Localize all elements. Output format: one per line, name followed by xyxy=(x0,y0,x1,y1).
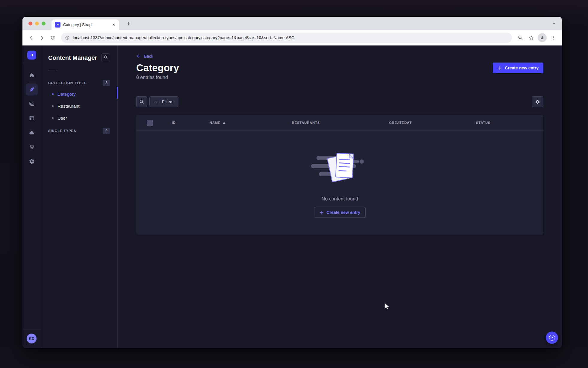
column-label: CREATEDAT xyxy=(389,121,412,124)
sidebar-item-restaurant[interactable]: Restaurant xyxy=(48,100,110,112)
browser-window: Category | Strapi localhost:1337/admin/c… xyxy=(22,17,562,348)
empty-create-entry-button[interactable]: Create new entry xyxy=(314,207,366,218)
empty-message: No content found xyxy=(322,196,358,202)
browser-tab-bar: Category | Strapi xyxy=(22,17,562,30)
collection-types-list: Category Restaurant User xyxy=(48,88,110,124)
logo-section xyxy=(22,45,41,64)
images-icon xyxy=(29,101,35,107)
sidebar-item-user[interactable]: User xyxy=(48,112,110,124)
back-label: Back xyxy=(144,54,153,59)
collection-types-count-badge: 3 xyxy=(103,80,110,86)
back-link[interactable]: Back xyxy=(136,54,153,59)
browser-forward-button[interactable] xyxy=(37,33,47,42)
filters-button[interactable]: Filters xyxy=(149,96,178,107)
search-icon xyxy=(139,99,144,104)
column-header-status[interactable]: STATUS xyxy=(476,121,490,124)
gear-icon xyxy=(535,99,540,104)
content-search-button[interactable] xyxy=(101,53,110,62)
browser-profile-button[interactable] xyxy=(538,33,547,42)
browser-reload-button[interactable] xyxy=(48,33,57,42)
create-entry-button[interactable]: Create new entry xyxy=(493,63,543,73)
empty-documents-illustration xyxy=(310,147,370,186)
panel-title: Content Manager xyxy=(48,54,97,61)
entries-count: 0 entries found xyxy=(136,75,543,80)
plus-icon xyxy=(319,210,324,215)
layout-icon xyxy=(29,115,35,121)
sidebar-item-settings[interactable] xyxy=(26,155,38,167)
desktop-background-bottom xyxy=(0,346,588,368)
filters-label: Filters xyxy=(162,99,173,104)
browser-tab[interactable]: Category | Strapi xyxy=(51,19,119,30)
url-bar[interactable]: localhost:1337/admin/content-manager/col… xyxy=(61,33,512,43)
site-info-icon[interactable] xyxy=(65,35,70,40)
tab-close-icon[interactable] xyxy=(111,22,116,28)
column-header-restaurants[interactable]: RESTAURANTS xyxy=(292,121,320,124)
table-header-row: ID NAME RESTAURANTS CREATEDAT xyxy=(136,115,543,131)
entries-table: ID NAME RESTAURANTS CREATEDAT xyxy=(136,115,543,235)
single-types-count-badge: 0 xyxy=(103,128,110,134)
page-title: Category xyxy=(136,62,179,74)
single-types-label: SINGLE TYPES xyxy=(48,129,76,133)
tab-list-chevron-icon[interactable] xyxy=(551,20,558,27)
bookmark-star-icon[interactable] xyxy=(526,33,536,42)
create-entry-label: Create new entry xyxy=(505,66,539,70)
new-tab-button[interactable] xyxy=(125,20,132,27)
zoom-icon[interactable] xyxy=(516,33,525,42)
collection-types-label: COLLECTION TYPES xyxy=(48,81,87,85)
table-search-button[interactable] xyxy=(136,96,147,107)
column-header-createdat[interactable]: CREATEDAT xyxy=(389,121,412,124)
bullet-icon xyxy=(52,105,54,107)
user-avatar[interactable]: KD xyxy=(27,334,37,343)
strapi-logo[interactable] xyxy=(27,51,36,60)
column-header-id[interactable]: ID xyxy=(172,121,176,124)
cart-icon xyxy=(29,144,35,150)
empty-create-entry-label: Create new entry xyxy=(327,210,360,215)
search-icon xyxy=(104,55,108,60)
sidebar-footer: KD xyxy=(22,329,41,348)
column-label: ID xyxy=(172,121,176,124)
column-header-name[interactable]: NAME xyxy=(210,121,225,124)
traffic-lights xyxy=(28,22,46,25)
url-text: localhost:1337/admin/content-manager/col… xyxy=(73,35,294,40)
sidebar-item-cloud[interactable] xyxy=(26,127,38,139)
column-label: STATUS xyxy=(476,121,490,124)
main-navigation: KD xyxy=(22,45,41,348)
column-label: RESTAURANTS xyxy=(292,121,320,124)
content-manager-panel: Content Manager COLLECTION TYPES 3 Categ… xyxy=(41,45,118,348)
select-all-checkbox[interactable] xyxy=(147,120,153,126)
bullet-icon xyxy=(52,117,54,119)
sidebar-item-content-type-builder[interactable] xyxy=(26,112,38,124)
collection-type-label: User xyxy=(57,115,67,121)
sort-asc-icon xyxy=(223,122,225,124)
collection-type-label: Restaurant xyxy=(57,104,79,109)
sidebar-item-marketplace[interactable] xyxy=(26,141,38,153)
close-window-button[interactable] xyxy=(28,22,32,25)
sidebar-item-media-library[interactable] xyxy=(26,98,38,110)
plus-icon xyxy=(498,66,502,70)
filter-lines-icon xyxy=(154,100,159,104)
sidebar-item-home[interactable] xyxy=(26,69,38,81)
minimize-window-button[interactable] xyxy=(35,22,39,25)
browser-back-button[interactable] xyxy=(26,33,36,42)
view-settings-button[interactable] xyxy=(532,96,543,107)
desktop-background-left xyxy=(0,163,17,253)
browser-menu-icon[interactable] xyxy=(548,33,558,42)
gear-icon xyxy=(29,158,35,164)
column-label: NAME xyxy=(210,121,220,124)
cloud-icon xyxy=(28,130,35,136)
arrow-left-icon xyxy=(136,54,141,59)
help-button[interactable]: ? xyxy=(546,331,558,344)
browser-toolbar: localhost:1337/admin/content-manager/col… xyxy=(22,30,562,45)
feather-pen-icon xyxy=(29,86,35,92)
collection-type-label: Category xyxy=(57,92,76,97)
bullet-icon xyxy=(52,93,54,95)
strapi-app: KD Content Manager COLLECTION TYPES 3 xyxy=(22,45,562,348)
main-content: Back Category Create new entry 0 entries… xyxy=(118,45,562,348)
strapi-favicon xyxy=(55,22,60,28)
tab-title: Category | Strapi xyxy=(63,22,108,27)
fullscreen-window-button[interactable] xyxy=(42,22,46,25)
empty-state: No content found Create new entry xyxy=(136,131,543,235)
sidebar-item-category[interactable]: Category xyxy=(48,88,110,100)
home-icon xyxy=(29,72,35,78)
sidebar-item-content-manager[interactable] xyxy=(26,83,38,95)
